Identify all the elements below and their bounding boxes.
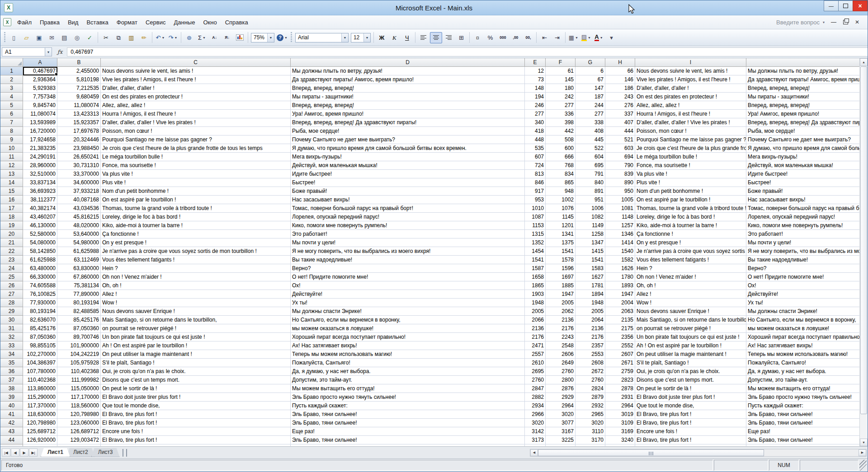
close-button[interactable]: ×	[853, 0, 868, 11]
cell[interactable]: 724	[525, 161, 546, 170]
cell[interactable]: Nous devons sauver Enrique !	[101, 307, 291, 316]
cell[interactable]: Эль Браво, тяни сильнее!	[291, 410, 525, 419]
cell[interactable]: Ох!	[291, 281, 525, 290]
cell[interactable]: 695	[576, 161, 605, 170]
row-header[interactable]: 5	[0, 101, 23, 110]
row-header[interactable]: 3	[0, 84, 23, 93]
cell[interactable]: 1596	[546, 264, 576, 273]
row-header[interactable]: 27	[0, 290, 23, 299]
cell[interactable]: 2876	[546, 384, 576, 393]
cell[interactable]: 26,650241	[57, 153, 101, 161]
row-header[interactable]: 25	[0, 273, 23, 281]
select-all-corner[interactable]	[0, 58, 23, 67]
cell[interactable]: 840	[576, 178, 605, 187]
row-header[interactable]: 40	[0, 402, 23, 410]
cell[interactable]: 865	[546, 178, 576, 187]
cell[interactable]: 36,693923	[23, 187, 57, 196]
row-header[interactable]: 16	[0, 196, 23, 204]
cell[interactable]: 1947	[605, 290, 635, 299]
cell[interactable]: 2879	[576, 393, 605, 402]
font-size-combo[interactable]: 12▼	[351, 33, 371, 42]
cell[interactable]: 444	[605, 127, 635, 136]
cell[interactable]: 3240	[605, 436, 635, 444]
cell[interactable]: 2610	[525, 359, 546, 367]
cell[interactable]: Poisson, mon cœur !	[101, 127, 291, 136]
font-color-button[interactable]: А▼	[593, 32, 605, 43]
cell[interactable]: 1697	[546, 273, 576, 281]
cell[interactable]: 24,290191	[23, 153, 57, 161]
cell[interactable]: 1148	[605, 213, 635, 221]
cell[interactable]: on pourrait se retrouver piégé !	[635, 324, 746, 333]
cell[interactable]: 126,689712	[57, 427, 101, 436]
chevron-down-icon[interactable]: ▼	[284, 36, 288, 39]
cell[interactable]: 2066	[525, 316, 546, 324]
cell[interactable]: Быстрее!	[746, 178, 859, 187]
sheet-tab-лист2[interactable]: Лист2	[66, 448, 95, 457]
cell[interactable]: 1201	[546, 221, 576, 230]
scroll-up-button[interactable]: ▲	[860, 58, 868, 66]
cell[interactable]: Лорелея, опускай передний парус!	[746, 213, 859, 221]
cell[interactable]: 340	[525, 118, 546, 127]
borders-button[interactable]: ▦▼	[567, 32, 580, 43]
cell[interactable]: 118,560000	[57, 402, 101, 410]
cell[interactable]: 77,930000	[23, 299, 57, 307]
active-cell[interactable]: 0,467697	[23, 67, 57, 75]
cell[interactable]: 38,112377	[23, 196, 57, 204]
cell[interactable]: 1081	[605, 204, 635, 213]
cell[interactable]: 118,630000	[23, 410, 57, 419]
cell[interactable]: 1947	[546, 290, 576, 299]
cell[interactable]: 948	[546, 187, 576, 196]
cell[interactable]: Va plus vite !	[635, 170, 746, 178]
cell[interactable]: 125,689712	[23, 427, 57, 436]
cell[interactable]: 277	[546, 101, 576, 110]
cell[interactable]: 66,330000	[23, 273, 57, 281]
cell[interactable]: 58,142850	[23, 247, 57, 256]
cell[interactable]: 180	[546, 84, 576, 93]
cell[interactable]: 2847	[525, 384, 546, 393]
cell[interactable]: Le méga tourbillon bulle !	[101, 153, 291, 161]
cell[interactable]: El Bravo, tire plus fort !	[635, 436, 746, 444]
cell[interactable]: 917	[525, 187, 546, 196]
cell[interactable]: 3077	[546, 419, 576, 427]
cell[interactable]: 950	[605, 187, 635, 196]
cell[interactable]: 21,383235	[23, 144, 57, 153]
cell[interactable]: Je n'arrive pas à croire que vous soyez …	[635, 247, 746, 256]
fill-color-button[interactable]: ▨▼	[580, 32, 592, 43]
cell[interactable]: 2548	[546, 341, 576, 350]
chevron-down-icon[interactable]: ▼	[341, 33, 348, 42]
cell[interactable]: О нет! Придите помогите мне!	[291, 273, 525, 281]
cell[interactable]: Kiko, aide-moi à tourner la barre !	[101, 221, 291, 230]
vertical-scrollbar[interactable]: ▲ ▼	[859, 58, 868, 446]
cell[interactable]: Идите быстрее!	[291, 170, 525, 178]
cell[interactable]: Allez, allez, allez !	[101, 101, 291, 110]
cell[interactable]: Disons que c'est un temps mort.	[101, 376, 291, 384]
cell[interactable]: Disons que c'est un temps mort.	[635, 376, 746, 384]
cell[interactable]: 3170	[576, 436, 605, 444]
row-header[interactable]: 23	[0, 256, 23, 264]
row-header[interactable]: 35	[0, 359, 23, 367]
cell[interactable]: Pourquoi Santiago ne me laisse pas gagne…	[635, 136, 746, 144]
cell[interactable]: Poisson, mon cœur !	[635, 127, 746, 136]
sheet-tab-лист3[interactable]: Лист3	[91, 448, 120, 457]
cell[interactable]: 45,816215	[57, 213, 101, 221]
decrease-indent-button[interactable]: ⇤	[538, 32, 551, 43]
workbook-icon[interactable]: X	[3, 18, 11, 26]
cell[interactable]: D'aller, d'aller, d'aller !	[101, 84, 291, 93]
cell[interactable]: 1414	[605, 238, 635, 247]
cell[interactable]: 603	[605, 144, 635, 153]
menu-item[interactable]: Окно	[199, 17, 221, 28]
cell[interactable]: Ah ! On est aspiré par le tourbillon !	[635, 341, 746, 350]
cell[interactable]: 1149	[576, 221, 605, 230]
cell[interactable]: Мы должны спасти Энрике!	[746, 307, 859, 316]
cell[interactable]: Эль Браво просто нужно тянуть сильнее!	[746, 393, 859, 402]
cell[interactable]: мы можем оказаться в ловушке!	[291, 324, 525, 333]
cell[interactable]: On est des pirates en protecteur !	[101, 93, 291, 101]
cell[interactable]: 74,605588	[23, 281, 57, 290]
cell[interactable]: On est aspiré par le tourbillon !	[101, 196, 291, 204]
cell[interactable]: 2760	[525, 376, 546, 384]
cell[interactable]: 951	[576, 196, 605, 204]
cell[interactable]: Это работает!	[746, 230, 859, 238]
cell[interactable]: 3225	[546, 436, 576, 444]
merge-center-button[interactable]: ⊞	[455, 32, 467, 43]
cell[interactable]: 5,929383	[23, 84, 57, 93]
